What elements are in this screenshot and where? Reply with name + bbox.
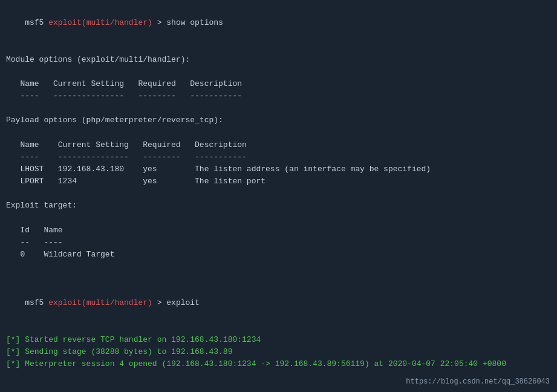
payload-options-header: Payload options (php/meterpreter/reverse…	[6, 114, 551, 126]
module-col-dividers: ---- --------------- -------- ----------…	[6, 90, 551, 102]
line-prompt-exploit: msf5 exploit(multi/handler) > exploit	[6, 285, 551, 321]
blank-6	[6, 212, 551, 224]
line-prompt-show-options: msf5 exploit(multi/handler) > show optio…	[6, 5, 551, 41]
prompt-cmd-1: > show options	[152, 18, 223, 27]
module-col-headers: Name Current Setting Required Descriptio…	[6, 78, 551, 90]
payload-lhost: LHOST 192.168.43.180 yes The listen addr…	[6, 163, 551, 175]
blank-5	[6, 188, 551, 200]
status-tcp-handler: [*] Started reverse TCP handler on 192.1…	[6, 334, 551, 346]
exploit-target-header: Exploit target:	[6, 200, 551, 212]
status-sending-stage: [*] Sending stage (38288 bytes) to 192.1…	[6, 346, 551, 358]
prompt-module-2: exploit(multi/handler)	[48, 298, 152, 307]
prompt-cmd-2: > exploit	[152, 298, 200, 307]
prompt-module-1: exploit(multi/handler)	[48, 18, 152, 27]
exploit-target-col-dividers: -- ----	[6, 237, 551, 249]
blank-2	[6, 66, 551, 78]
blank-1	[6, 41, 551, 53]
payload-col-headers: Name Current Setting Required Descriptio…	[6, 139, 551, 151]
payload-col-dividers: ---- --------------- -------- ----------…	[6, 151, 551, 163]
blank-8	[6, 273, 551, 285]
status-session-opened: [*] Meterpreter session 4 opened (192.16…	[6, 358, 551, 370]
blank-3	[6, 102, 551, 114]
exploit-target-col-headers: Id Name	[6, 224, 551, 237]
exploit-target-row: 0 Wildcard Target	[6, 249, 551, 261]
blank-4	[6, 126, 551, 139]
payload-lport: LPORT 1234 yes The listen port	[6, 175, 551, 188]
prompt-msf5-2: msf5	[25, 298, 48, 307]
blank-9	[6, 322, 551, 334]
blank-7	[6, 261, 551, 273]
prompt-msf5-1: msf5	[25, 18, 48, 27]
terminal[interactable]: msf5 exploit(multi/handler) > show optio…	[0, 0, 557, 392]
module-options-header: Module options (exploit/multi/handler):	[6, 54, 551, 66]
watermark: https://blog.csdn.net/qq_38626043	[406, 377, 550, 386]
